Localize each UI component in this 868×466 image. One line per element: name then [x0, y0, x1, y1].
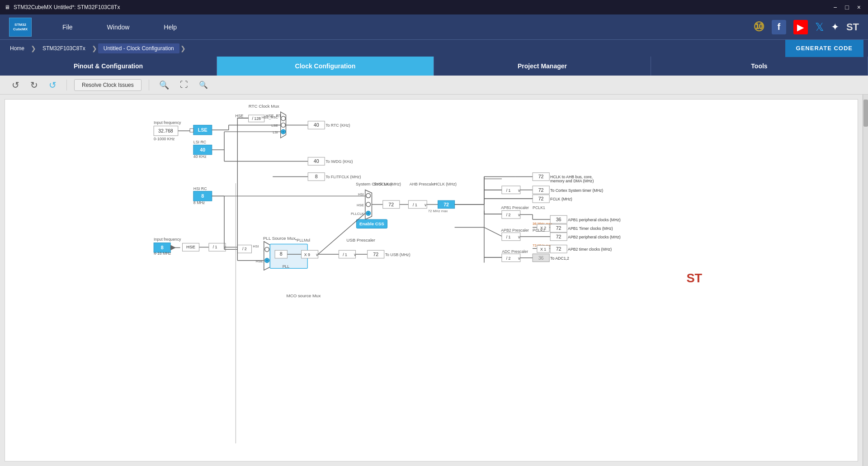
tab-pinout[interactable]: Pinout & Configuration [0, 57, 217, 76]
breadcrumb-config[interactable]: Untitled - Clock Configuration [98, 43, 179, 53]
zoom-in-button[interactable]: 🔍 [156, 78, 172, 92]
svg-text:X 9: X 9 [304, 252, 310, 257]
svg-point-24 [282, 131, 284, 133]
svg-point-53 [366, 202, 371, 207]
svg-text:/ 1: / 1 [413, 203, 417, 207]
svg-text:/ 1: / 1 [343, 252, 347, 257]
svg-text:USB Prescaler: USB Prescaler [346, 238, 376, 243]
svg-text:X 1: X 1 [540, 247, 546, 252]
svg-text:72: 72 [556, 234, 561, 239]
maximize-button[interactable]: □ [842, 3, 851, 12]
breadcrumb-sep-1: ❯ [31, 45, 36, 52]
redo-button[interactable]: ↻ [28, 78, 41, 92]
svg-point-80 [265, 247, 269, 252]
toolbar-separator-2 [149, 80, 149, 90]
svg-text:SYSCLK (MHz): SYSCLK (MHz) [373, 182, 401, 186]
vertical-scrollbar[interactable] [863, 95, 868, 466]
facebook-icon[interactable]: f [772, 20, 786, 34]
breadcrumb-sep-2: ❯ [92, 45, 97, 52]
svg-text:/ 2: / 2 [242, 247, 247, 251]
svg-text:8: 8 [280, 251, 283, 257]
svg-text:HSE: HSE [235, 114, 243, 118]
tabbar: Pinout & Configuration Clock Configurati… [0, 57, 868, 76]
svg-text:32.768: 32.768 [158, 128, 173, 133]
svg-text:HSE: HSE [357, 203, 364, 207]
svg-text:ADC Prescaler: ADC Prescaler [502, 249, 528, 254]
breadcrumb: Home ❯ STM32F103C8Tx ❯ Untitled - Clock … [0, 39, 868, 57]
svg-point-56 [367, 212, 369, 214]
svg-text:HCLK (MHz): HCLK (MHz) [434, 182, 457, 186]
svg-point-51 [366, 194, 371, 198]
toolbar-separator [66, 80, 67, 90]
menu-file[interactable]: File [59, 22, 76, 33]
svg-text:∨: ∨ [316, 252, 319, 257]
svg-text:To Cortex System timer (MHz): To Cortex System timer (MHz) [550, 188, 603, 193]
breadcrumb-sep-3: ❯ [180, 45, 186, 52]
svg-text:HSE: HSE [256, 259, 263, 263]
svg-text:LSI: LSI [273, 130, 278, 134]
st-logo: ST [846, 21, 859, 33]
svg-text:HSI RC: HSI RC [193, 186, 207, 191]
app-logo: STM32CubeMX [9, 18, 32, 37]
svg-text:40 KHz: 40 KHz [193, 154, 207, 159]
clock-diagram-area[interactable]: Input frequency 32.768 0-1000 KHz LSE LS… [5, 99, 858, 461]
svg-marker-79 [264, 242, 270, 270]
generate-code-button[interactable]: GENERATE CODE [785, 40, 863, 57]
svg-text:/ 1: / 1 [506, 235, 511, 239]
svg-text:To FLITFCLK (MHz): To FLITFCLK (MHz) [326, 175, 361, 179]
toolbar: ↺ ↻ ↺ Resolve Clock Issues 🔍 ⛶ 🔍 [0, 76, 868, 95]
titlebar-controls: − □ × [830, 3, 863, 12]
undo-button[interactable]: ↺ [9, 78, 22, 92]
tab-clock[interactable]: Clock Configuration [217, 57, 434, 76]
anniversary-icon: ⑩ [753, 19, 764, 34]
app-icon: 🖥 [5, 4, 10, 10]
svg-text:40: 40 [314, 158, 319, 164]
svg-text:LSI RC: LSI RC [193, 140, 206, 144]
tab-tools[interactable]: Tools [651, 57, 868, 76]
menubar: STM32CubeMX File Window Help ⑩ f ▶ 𝕏 ✦ S… [0, 14, 868, 39]
svg-point-19 [281, 116, 286, 121]
svg-text:APB1 Prescaler: APB1 Prescaler [501, 205, 529, 210]
svg-text:4-16 MHz: 4-16 MHz [154, 251, 171, 256]
svg-text:8: 8 [315, 174, 318, 179]
youtube-icon[interactable]: ▶ [793, 20, 808, 34]
breadcrumb-mcu[interactable]: STM32F103C8Tx [37, 43, 91, 53]
svg-point-82 [266, 259, 268, 262]
svg-text:Input frequency: Input frequency [154, 120, 181, 125]
close-button[interactable]: × [854, 3, 863, 12]
svg-text:36: 36 [556, 217, 561, 222]
svg-text:72: 72 [538, 174, 544, 179]
minimize-button[interactable]: − [830, 3, 840, 12]
svg-text:ST: ST [686, 271, 702, 285]
clock-diagram-svg: Input frequency 32.768 0-1000 KHz LSE LS… [5, 100, 858, 461]
network-icon[interactable]: ✦ [831, 21, 839, 33]
svg-text:PCLK1: PCLK1 [533, 205, 545, 210]
svg-text:Enable CSS: Enable CSS [359, 221, 384, 226]
tab-project[interactable]: Project Manager [434, 57, 651, 76]
scroll-thumb[interactable] [863, 100, 868, 127]
svg-text:HSI: HSI [253, 244, 259, 248]
resolve-clock-button[interactable]: Resolve Clock Issues [74, 79, 142, 91]
fit-button[interactable]: ⛶ [177, 78, 191, 91]
svg-text:PLLCLK: PLLCLK [351, 212, 364, 216]
menubar-right: ⑩ f ▶ 𝕏 ✦ ST [753, 19, 859, 34]
titlebar-left: 🖥 STM32CubeMX Untitled*: STM32F103C8Tx [5, 4, 120, 10]
svg-text:To RTC (KHz): To RTC (KHz) [326, 123, 350, 128]
menu-help[interactable]: Help [160, 22, 180, 33]
menu-window[interactable]: Window [104, 22, 133, 33]
svg-text:∨: ∨ [518, 213, 521, 217]
svg-text:/ 1: / 1 [213, 245, 217, 249]
svg-text:∨: ∨ [354, 252, 357, 257]
svg-text:Input frequency: Input frequency [154, 237, 181, 242]
refresh-button[interactable]: ↺ [46, 78, 59, 92]
svg-line-166 [484, 228, 502, 236]
twitter-icon[interactable]: 𝕏 [815, 21, 824, 33]
svg-line-93 [318, 213, 365, 254]
svg-text:8: 8 [161, 245, 164, 250]
zoom-out-button[interactable]: 🔍 [196, 79, 211, 91]
svg-text:APB1 Timer clocks (MHz): APB1 Timer clocks (MHz) [568, 226, 613, 231]
svg-text:To USB (MHz): To USB (MHz) [385, 252, 410, 257]
breadcrumb-home[interactable]: Home [5, 43, 30, 53]
svg-text:8 MHz: 8 MHz [193, 200, 205, 205]
svg-text:/ 128: / 128 [252, 116, 261, 121]
